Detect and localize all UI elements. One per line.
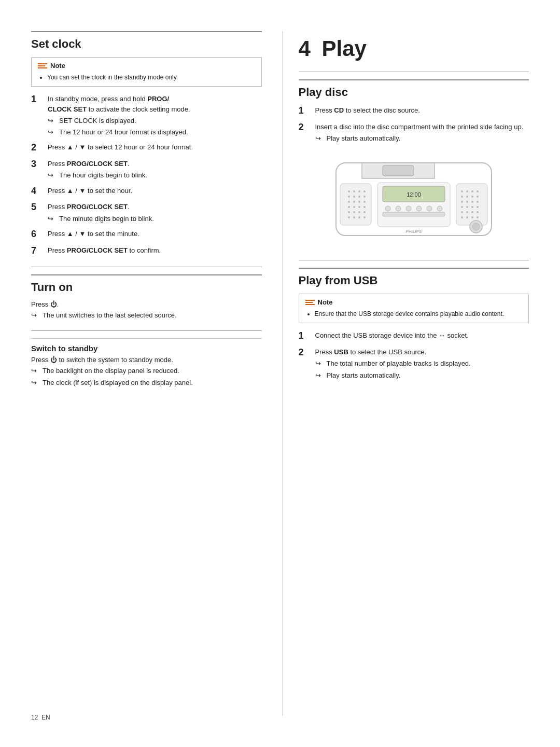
step-1: 1 In standby mode, press and hold PROG/C… [31,94,262,137]
turn-on-sub: ↪ The unit switches to the last selected… [31,311,262,320]
svg-point-51 [461,206,463,208]
svg-point-23 [363,211,366,213]
step-6-content: Press ▲ / ▼ to set the minute. [48,229,262,239]
switch-standby-press: Press ⏻ to switch the system to standby … [31,356,262,364]
switch-standby-sub-2: ↪ The clock (if set) is displayed on the… [31,378,262,388]
play-disc-step-2-num: 2 [299,122,310,133]
svg-point-44 [466,196,468,198]
play-usb-note-list: Ensure that the USB storage device conta… [305,310,523,319]
svg-point-36 [427,206,432,211]
note-icon-usb [305,300,315,305]
arrow-icon: ↪ [48,116,56,126]
step-3-num: 3 [31,159,43,170]
svg-point-10 [358,196,360,198]
play-disc-step-2-content: Insert a disc into the disc compartment … [315,122,529,144]
svg-point-39 [461,190,463,192]
svg-point-49 [471,201,473,203]
svg-rect-3 [340,184,371,225]
svg-point-19 [363,206,366,208]
svg-point-34 [406,206,411,211]
svg-point-12 [348,201,350,203]
step-7-content: Press PROG/CLOCK SET to confirm. [48,245,262,256]
svg-point-64 [472,223,480,230]
step-7-bold: PROG/CLOCK SET [67,246,128,254]
svg-rect-29 [383,212,445,216]
play-usb-step-1-num: 1 [299,330,310,342]
turn-on-title: Turn on [31,274,262,294]
arrow-icon: ↪ [315,371,324,380]
svg-point-5 [353,190,355,192]
play-usb-note: Note Ensure that the USB storage device … [299,294,529,323]
note-list: You can set the clock in the standby mod… [38,74,255,82]
step-5-num: 5 [31,202,43,213]
svg-point-58 [477,211,479,213]
play-usb-step-2-bold: USB [334,348,348,356]
svg-point-4 [348,190,350,192]
step-5: 5 Press PROG/CLOCK SET. ↪ The minute dig… [31,202,262,224]
svg-point-35 [416,206,422,211]
svg-point-52 [466,206,468,208]
svg-point-54 [477,206,479,208]
step-6: 6 Press ▲ / ▼ to set the minute. [31,229,262,240]
step-5-content: Press PROG/CLOCK SET. ↪ The minute digit… [48,202,262,224]
svg-point-20 [348,211,350,213]
play-usb-step-1-content: Connect the USB storage device into the … [315,330,529,341]
set-clock-title: Set clock [31,31,262,51]
step-1-sub-1: ↪ SET CLOCK is displayed. [48,116,262,126]
step-3-bold: PROG/CLOCK SET [67,160,128,168]
note-label: Note [50,62,65,70]
svg-point-55 [461,211,463,213]
step-2: 2 Press ▲ / ▼ to select 12 hour or 24 ho… [31,142,262,154]
switch-standby-section: Switch to standby Press ⏻ to switch the … [31,338,262,387]
svg-point-9 [353,196,355,198]
arrow-icon: ↪ [31,366,39,376]
svg-point-45 [471,196,473,198]
svg-rect-38 [456,184,487,225]
play-usb-step-2: 2 Press USB to select the USB source. ↪ … [299,347,529,380]
svg-point-40 [466,190,468,192]
svg-point-16 [348,206,350,208]
svg-point-62 [477,216,479,218]
svg-point-33 [396,206,401,211]
play-disc-title: Play disc [299,79,529,99]
svg-point-14 [358,201,360,203]
arrow-icon: ↪ [48,171,56,180]
svg-point-22 [358,211,360,213]
svg-point-50 [477,201,479,203]
play-usb-note-item: Ensure that the USB storage device conta… [315,310,523,317]
svg-point-46 [477,196,479,198]
svg-point-60 [466,216,468,218]
svg-point-18 [358,206,360,208]
arrow-icon: ↪ [48,214,56,224]
switch-standby-title: Switch to standby [31,338,262,353]
play-usb-note-label: Note [318,298,333,306]
step-4: 4 Press ▲ / ▼ to set the hour. [31,186,262,197]
page-num: 12 [31,714,38,721]
footer: 12 EN [31,714,50,721]
svg-point-47 [461,201,463,203]
svg-point-57 [471,211,473,213]
svg-point-61 [471,216,473,218]
svg-point-15 [363,201,366,203]
play-disc-step-1-bold: CD [334,106,344,114]
svg-point-41 [471,190,473,192]
svg-text:PHILIPS: PHILIPS [405,229,422,234]
arrow-icon: ↪ [48,128,56,137]
play-disc-step-1-num: 1 [299,105,310,117]
chapter-num: 4 [299,36,311,61]
play-disc-steps: 1 Press CD to select the disc source. 2 … [299,105,529,143]
device-illustration: 12:00 [331,153,497,247]
chapter-title: 4 Play [299,31,529,61]
svg-point-56 [466,211,468,213]
switch-standby-sub-1: ↪ The backlight on the display panel is … [31,366,262,376]
step-3-sub-1: ↪ The hour digits begin to blink. [48,171,262,180]
note-item: You can set the clock in the standby mod… [47,74,255,81]
step-7: 7 Press PROG/CLOCK SET to confirm. [31,245,262,257]
svg-point-59 [461,216,463,218]
svg-point-27 [363,216,366,218]
step-1-num: 1 [31,94,43,105]
svg-point-43 [461,196,463,198]
svg-text:12:00: 12:00 [407,191,421,198]
play-usb-title: Play from USB [299,268,529,287]
svg-point-7 [363,190,366,192]
